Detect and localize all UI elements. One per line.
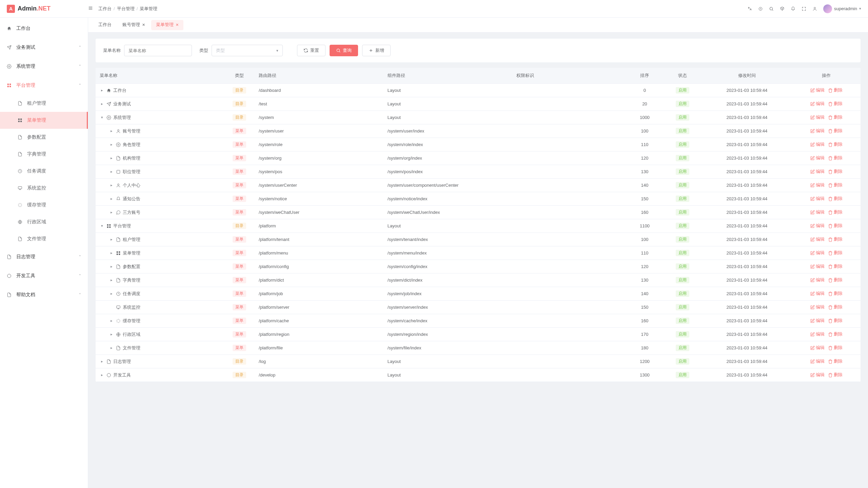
user-menu[interactable]: superadmin ▾ xyxy=(823,4,861,13)
delete-button[interactable]: 删除 xyxy=(828,169,843,175)
sidebar-subitem[interactable]: 菜单管理 xyxy=(0,112,88,129)
delete-button[interactable]: 删除 xyxy=(828,209,843,215)
edit-button[interactable]: 编辑 xyxy=(810,155,825,161)
reset-button[interactable]: 重置 xyxy=(297,45,326,56)
edit-button[interactable]: 编辑 xyxy=(810,318,825,324)
delete-button[interactable]: 删除 xyxy=(828,237,843,242)
sidebar-item[interactable]: 工作台 xyxy=(0,19,88,38)
tree-caret-icon[interactable]: ▸ xyxy=(100,102,104,106)
edit-button[interactable]: 编辑 xyxy=(810,209,825,215)
delete-button[interactable]: 删除 xyxy=(828,277,843,283)
tree-caret-icon[interactable]: ▸ xyxy=(100,88,104,93)
breadcrumb-item[interactable]: 工作台 xyxy=(98,6,112,12)
edit-button[interactable]: 编辑 xyxy=(810,291,825,297)
delete-button[interactable]: 删除 xyxy=(828,359,843,364)
tab[interactable]: 菜单管理✕ xyxy=(151,20,183,30)
fullscreen-icon[interactable] xyxy=(802,6,806,11)
delete-button[interactable]: 删除 xyxy=(828,318,843,324)
tree-caret-icon[interactable]: ▸ xyxy=(109,278,114,282)
edit-button[interactable]: 编辑 xyxy=(810,182,825,188)
sidebar-item[interactable]: 开发工具˅ xyxy=(0,266,88,285)
tree-caret-icon[interactable]: ▸ xyxy=(109,264,114,269)
edit-button[interactable]: 编辑 xyxy=(810,169,825,175)
sidebar-item[interactable]: 帮助文档˅ xyxy=(0,285,88,304)
tree-caret-icon[interactable]: ▸ xyxy=(109,291,114,296)
tree-caret-icon[interactable]: ▾ xyxy=(100,224,104,228)
sidebar-subitem[interactable]: 缓存管理 xyxy=(0,197,88,214)
delete-button[interactable]: 删除 xyxy=(828,304,843,310)
tree-caret-icon[interactable]: ▸ xyxy=(109,129,114,133)
tree-caret-icon[interactable]: ▸ xyxy=(109,319,114,323)
edit-button[interactable]: 编辑 xyxy=(810,87,825,93)
edit-button[interactable]: 编辑 xyxy=(810,128,825,134)
breadcrumb-item[interactable]: 平台管理 xyxy=(117,6,135,12)
edit-button[interactable]: 编辑 xyxy=(810,250,825,256)
name-input[interactable] xyxy=(124,45,192,56)
tree-caret-icon[interactable]: ▸ xyxy=(109,210,114,215)
delete-button[interactable]: 删除 xyxy=(828,372,843,378)
sidebar-subitem[interactable]: 字典管理 xyxy=(0,146,88,163)
edit-button[interactable]: 编辑 xyxy=(810,115,825,120)
tab[interactable]: 工作台 xyxy=(94,20,116,30)
delete-button[interactable]: 删除 xyxy=(828,345,843,351)
breadcrumb-item[interactable]: 菜单管理 xyxy=(140,6,157,12)
tree-caret-icon[interactable]: ▸ xyxy=(100,359,104,364)
target-icon[interactable] xyxy=(758,6,763,11)
edit-button[interactable]: 编辑 xyxy=(810,359,825,364)
sidebar-item[interactable]: 系统管理˅ xyxy=(0,57,88,76)
sidebar-subitem[interactable]: 系统监控 xyxy=(0,180,88,197)
query-button[interactable]: 查询 xyxy=(330,45,358,56)
edit-button[interactable]: 编辑 xyxy=(810,142,825,147)
tree-caret-icon[interactable]: ▸ xyxy=(109,156,114,160)
edit-button[interactable]: 编辑 xyxy=(810,372,825,378)
tree-caret-icon[interactable]: ▸ xyxy=(109,197,114,201)
tree-caret-icon[interactable]: ▸ xyxy=(109,332,114,337)
sidebar-subitem[interactable]: 参数配置 xyxy=(0,129,88,146)
sidebar-subitem[interactable]: 文件管理 xyxy=(0,230,88,247)
language-icon[interactable] xyxy=(747,6,752,11)
tree-caret-icon[interactable]: ▸ xyxy=(109,169,114,174)
type-select[interactable]: 类型 ▾ xyxy=(212,45,283,56)
bell-icon[interactable] xyxy=(791,6,795,11)
sidebar-subitem[interactable]: 任务调度 xyxy=(0,163,88,180)
delete-button[interactable]: 删除 xyxy=(828,142,843,147)
delete-button[interactable]: 删除 xyxy=(828,182,843,188)
sidebar-item[interactable]: 平台管理˄ xyxy=(0,76,88,95)
delete-button[interactable]: 删除 xyxy=(828,250,843,256)
delete-button[interactable]: 删除 xyxy=(828,101,843,107)
tree-caret-icon[interactable]: ▸ xyxy=(109,142,114,147)
edit-button[interactable]: 编辑 xyxy=(810,101,825,107)
search-icon[interactable] xyxy=(769,6,774,11)
add-button[interactable]: 新增 xyxy=(362,45,391,56)
edit-button[interactable]: 编辑 xyxy=(810,223,825,229)
edit-button[interactable]: 编辑 xyxy=(810,264,825,269)
tab[interactable]: 账号管理✕ xyxy=(118,20,150,30)
delete-button[interactable]: 删除 xyxy=(828,291,843,297)
delete-button[interactable]: 删除 xyxy=(828,196,843,202)
sidebar-subitem[interactable]: 行政区域 xyxy=(0,214,88,230)
close-icon[interactable]: ✕ xyxy=(142,23,145,27)
edit-button[interactable]: 编辑 xyxy=(810,237,825,242)
sidebar-subitem[interactable]: 租户管理 xyxy=(0,95,88,112)
delete-button[interactable]: 删除 xyxy=(828,264,843,269)
sidebar-item[interactable]: 业务测试˅ xyxy=(0,38,88,57)
edit-button[interactable]: 编辑 xyxy=(810,345,825,351)
tree-caret-icon[interactable]: ▸ xyxy=(109,237,114,242)
delete-button[interactable]: 删除 xyxy=(828,155,843,161)
logo[interactable]: A Admin.NET xyxy=(7,5,88,13)
tree-caret-icon[interactable]: ▸ xyxy=(100,373,104,377)
cube-icon[interactable] xyxy=(780,6,785,11)
delete-button[interactable]: 删除 xyxy=(828,128,843,134)
edit-button[interactable]: 编辑 xyxy=(810,277,825,283)
edit-button[interactable]: 编辑 xyxy=(810,304,825,310)
tree-caret-icon[interactable]: ▸ xyxy=(109,251,114,255)
close-icon[interactable]: ✕ xyxy=(176,23,179,27)
sidebar-item[interactable]: 日志管理˅ xyxy=(0,247,88,266)
tree-caret-icon[interactable]: ▾ xyxy=(100,115,104,120)
delete-button[interactable]: 删除 xyxy=(828,223,843,229)
delete-button[interactable]: 删除 xyxy=(828,331,843,337)
user-icon[interactable] xyxy=(812,6,817,11)
delete-button[interactable]: 删除 xyxy=(828,115,843,120)
edit-button[interactable]: 编辑 xyxy=(810,331,825,337)
tree-caret-icon[interactable]: ▸ xyxy=(109,346,114,350)
